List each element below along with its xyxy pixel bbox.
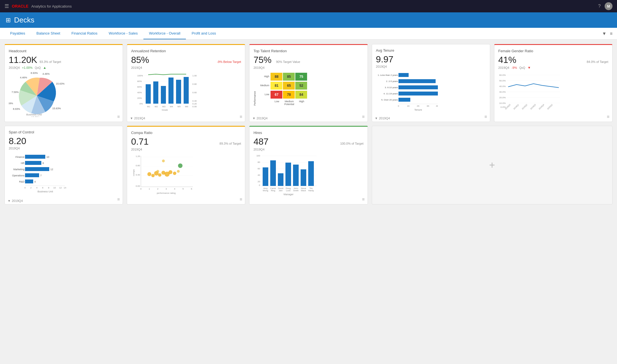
tab-profit-loss[interactable]: Profit and Loss <box>186 28 222 39</box>
svg-text:M5: M5 <box>177 105 181 108</box>
help-button[interactable]: ? <box>598 4 601 9</box>
svg-rect-80 <box>25 173 39 177</box>
svg-rect-33 <box>184 77 189 104</box>
svg-text:40%: 40% <box>137 91 142 94</box>
svg-point-129 <box>177 170 180 173</box>
svg-text:0: 0 <box>140 188 142 190</box>
svg-text:Operations: Operations <box>12 174 25 177</box>
headcount-title: Headcount <box>9 49 119 53</box>
female-gender-title: Female Gender Ratio <box>498 49 608 53</box>
svg-text:7.59%: 7.59% <box>9 102 13 105</box>
svg-text:compa: compa <box>132 169 135 176</box>
avg-tenure-card: Avg Tenure 9.97 2019Q4 1. Less than 2 ye… <box>372 44 490 122</box>
svg-text:0%: 0% <box>139 103 143 105</box>
svg-text:2019Q1: 2019Q1 <box>513 104 519 110</box>
svg-text:M4: M4 <box>170 105 173 108</box>
filter-icon-tenure[interactable]: ▼ <box>375 117 378 120</box>
svg-text:Ring: Ring <box>271 189 275 192</box>
svg-text:Marketing: Marketing <box>13 168 24 171</box>
dashboard: Headcount 11.20K 93.3% of Target 2019Q4 … <box>0 40 617 209</box>
avatar[interactable]: M <box>605 2 613 10</box>
hamburger-icon[interactable]: ☰ <box>4 3 9 9</box>
menu-icon[interactable]: ≡ <box>610 31 613 36</box>
svg-text:0: 0 <box>398 105 399 107</box>
svg-text:Wong: Wong <box>263 189 268 192</box>
svg-point-120 <box>147 172 151 176</box>
svg-text:2. 2-5 years: 2. 2-5 years <box>386 80 398 83</box>
svg-text:Tenure: Tenure <box>414 108 422 111</box>
svg-text:0.00: 0.00 <box>136 185 140 187</box>
svg-text:2K: 2K <box>417 105 420 107</box>
svg-text:60%: 60% <box>137 86 142 88</box>
span-footer-icon[interactable]: ≡ <box>117 197 120 202</box>
retention-value: 85% <box>131 55 149 65</box>
span-control-title: Span of Control <box>9 130 119 134</box>
top-talent-card: Top Talent Retention 75% 90% Target Valu… <box>249 44 368 122</box>
tenure-footer-period: 2019Q4 <box>379 117 390 120</box>
span-footer-period: 2019Q4 <box>12 199 23 203</box>
top-bar: ☰ ORACLE Analytics for Applications ? M <box>0 0 617 12</box>
svg-text:6: 6 <box>42 186 44 189</box>
svg-text:Grade: Grade <box>162 109 168 111</box>
svg-text:14: 14 <box>64 186 66 189</box>
svg-text:R&D: R&D <box>19 180 25 183</box>
svg-text:0.20: 0.20 <box>192 103 197 105</box>
tab-payables[interactable]: Payables <box>4 28 31 39</box>
talent-footer-icon[interactable]: ≡ <box>362 114 364 119</box>
svg-point-130 <box>178 163 183 168</box>
svg-text:M2: M2 <box>155 105 158 108</box>
add-card[interactable]: + <box>372 126 613 204</box>
svg-rect-43 <box>398 85 438 89</box>
tab-balance-sheet[interactable]: Balance Sheet <box>31 28 66 39</box>
svg-rect-81 <box>25 179 33 183</box>
svg-text:1: 1 <box>149 188 150 190</box>
hires-title: Hires <box>253 131 363 135</box>
retention-footer-icon[interactable]: ≡ <box>240 114 242 119</box>
filter-icon[interactable]: ▼ <box>602 31 607 36</box>
headcount-qoq: QoQ <box>35 66 41 69</box>
headcount-footer-icon[interactable]: ≡ <box>117 114 120 119</box>
svg-point-123 <box>158 173 161 177</box>
svg-text:60.0%: 60.0% <box>499 74 506 76</box>
svg-text:0.40: 0.40 <box>192 100 197 102</box>
svg-text:12: 12 <box>59 186 62 189</box>
svg-rect-144 <box>263 167 268 186</box>
filter-icon-talent[interactable]: ▼ <box>252 117 255 120</box>
female-gender-card: Female Gender Ratio 41% 84.0% of Target … <box>494 44 613 122</box>
female-gender-value: 41% <box>498 55 516 65</box>
retention-filter: ▼ 2019Q4 <box>130 117 145 120</box>
tab-financial-ratios[interactable]: Financial Ratios <box>66 28 103 39</box>
add-icon[interactable]: + <box>489 159 495 171</box>
top-bar-left: ☰ ORACLE Analytics for Applications <box>4 3 72 9</box>
headcount-card: Headcount 11.20K 93.3% of Target 2019Q4 … <box>4 44 123 122</box>
svg-text:100%: 100% <box>137 74 143 77</box>
svg-text:2: 2 <box>157 188 159 190</box>
decks-icon: ⊞ <box>6 17 11 24</box>
svg-text:20.0%: 20.0% <box>499 96 506 99</box>
svg-text:2019Q3: 2019Q3 <box>530 104 536 110</box>
svg-text:3: 3 <box>166 188 167 190</box>
svg-text:M1: M1 <box>147 105 150 108</box>
svg-rect-42 <box>398 79 436 83</box>
tenure-footer-icon[interactable]: ≡ <box>484 114 487 119</box>
svg-text:7: 7 <box>40 174 42 177</box>
svg-text:1. Less than 2 years: 1. Less than 2 years <box>378 74 398 76</box>
female-gender-footer-icon[interactable]: ≡ <box>607 114 609 119</box>
svg-text:3. 6-10 years: 3. 6-10 years <box>385 86 398 89</box>
svg-text:12: 12 <box>50 168 53 171</box>
span-control-value: 8.20 <box>9 136 119 146</box>
female-gender-qoq: QoQ <box>519 66 525 69</box>
compa-ratio-footer-icon[interactable]: ≡ <box>240 197 242 202</box>
filter-icon-retention[interactable]: ▼ <box>130 117 133 120</box>
svg-text:4. 11-19 years: 4. 11-19 years <box>383 92 398 95</box>
hires-footer-icon[interactable]: ≡ <box>362 197 364 202</box>
retention-footer-period: 2019Q4 <box>134 117 145 120</box>
svg-text:0: 0 <box>259 184 260 186</box>
svg-text:1.00: 1.00 <box>192 74 197 77</box>
compa-ratio-card: Compa Ratio 0.71 89.3% of Target 2019Q4 … <box>127 126 245 204</box>
tab-workforce-sales[interactable]: Workforce - Sales <box>103 28 143 39</box>
svg-text:4: 4 <box>36 186 38 189</box>
filter-icon-span[interactable]: ▼ <box>8 199 11 203</box>
up-arrow-icon: ▲ <box>43 66 46 70</box>
tab-workforce-overall[interactable]: Workforce - Overall <box>143 28 186 39</box>
